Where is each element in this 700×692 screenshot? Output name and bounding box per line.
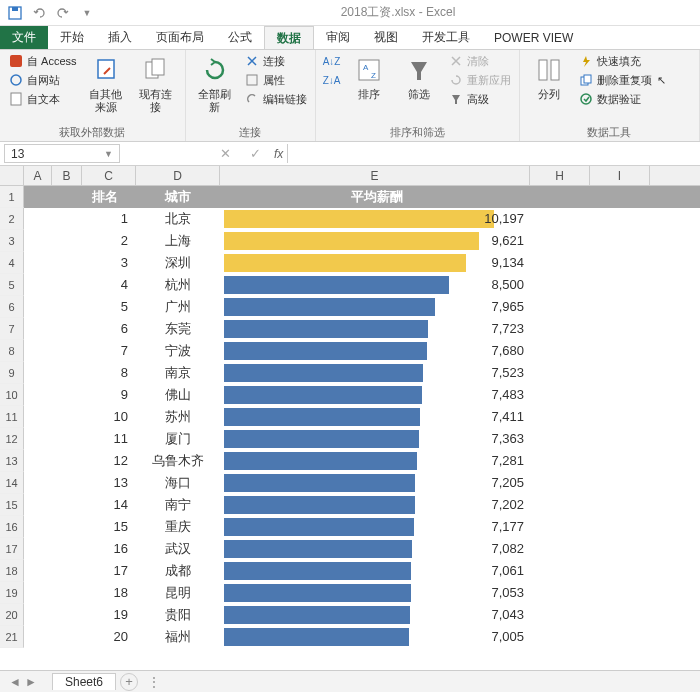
salary-bar-cell[interactable]: 7,061 <box>220 560 530 582</box>
cell[interactable] <box>530 406 590 428</box>
cell[interactable] <box>590 340 650 362</box>
cells-area[interactable]: 排名城市平均薪酬1北京10,1972上海9,6213深圳9,1344杭州8,50… <box>24 186 700 648</box>
city-cell[interactable]: 成都 <box>136 560 220 582</box>
cell[interactable] <box>530 230 590 252</box>
cell[interactable] <box>530 384 590 406</box>
tab-file[interactable]: 文件 <box>0 26 48 49</box>
col-header-I[interactable]: I <box>590 166 650 185</box>
city-cell[interactable]: 重庆 <box>136 516 220 538</box>
cell[interactable] <box>24 450 52 472</box>
salary-bar-cell[interactable]: 7,680 <box>220 340 530 362</box>
cell[interactable] <box>52 208 82 230</box>
row-header[interactable]: 9 <box>0 362 24 384</box>
cell[interactable] <box>24 274 52 296</box>
cell[interactable] <box>590 230 650 252</box>
header-salary[interactable]: 平均薪酬 <box>220 186 530 208</box>
cell[interactable] <box>530 428 590 450</box>
from-web-button[interactable]: 自网站 <box>6 71 79 89</box>
row-header[interactable]: 10 <box>0 384 24 406</box>
salary-bar-cell[interactable]: 7,523 <box>220 362 530 384</box>
cell[interactable] <box>52 406 82 428</box>
cell[interactable] <box>590 274 650 296</box>
city-cell[interactable]: 上海 <box>136 230 220 252</box>
cell[interactable] <box>52 318 82 340</box>
tab-开发工具[interactable]: 开发工具 <box>410 26 482 49</box>
rank-cell[interactable]: 4 <box>82 274 136 296</box>
refresh-all-button[interactable]: 全部刷新 <box>192 52 238 116</box>
salary-bar-cell[interactable]: 7,965 <box>220 296 530 318</box>
rank-cell[interactable]: 14 <box>82 494 136 516</box>
rank-cell[interactable]: 6 <box>82 318 136 340</box>
header-city[interactable]: 城市 <box>136 186 220 208</box>
cancel-formula-icon[interactable]: ✕ <box>210 146 240 161</box>
chevron-down-icon[interactable]: ▼ <box>104 149 113 159</box>
cell[interactable] <box>530 450 590 472</box>
col-header-H[interactable]: H <box>530 166 590 185</box>
city-cell[interactable]: 昆明 <box>136 582 220 604</box>
formula-input[interactable] <box>287 144 700 163</box>
city-cell[interactable]: 贵阳 <box>136 604 220 626</box>
city-cell[interactable]: 海口 <box>136 472 220 494</box>
rank-cell[interactable]: 17 <box>82 560 136 582</box>
save-icon[interactable] <box>4 2 26 24</box>
enter-formula-icon[interactable]: ✓ <box>240 146 270 161</box>
city-cell[interactable]: 南京 <box>136 362 220 384</box>
cell[interactable] <box>24 538 52 560</box>
tab-视图[interactable]: 视图 <box>362 26 410 49</box>
fx-icon[interactable]: fx <box>270 147 287 161</box>
cell[interactable] <box>590 296 650 318</box>
table-row[interactable]: 3深圳9,134 <box>24 252 700 274</box>
cell[interactable] <box>24 340 52 362</box>
cell[interactable] <box>590 362 650 384</box>
row-header[interactable]: 20 <box>0 604 24 626</box>
rank-cell[interactable]: 19 <box>82 604 136 626</box>
cell[interactable] <box>52 450 82 472</box>
cell[interactable] <box>52 604 82 626</box>
table-row[interactable]: 4杭州8,500 <box>24 274 700 296</box>
cell[interactable] <box>590 516 650 538</box>
cell[interactable] <box>590 208 650 230</box>
city-cell[interactable]: 苏州 <box>136 406 220 428</box>
row-header[interactable]: 7 <box>0 318 24 340</box>
cell[interactable] <box>590 450 650 472</box>
cell[interactable] <box>590 186 650 208</box>
salary-bar-cell[interactable]: 7,202 <box>220 494 530 516</box>
rank-cell[interactable]: 13 <box>82 472 136 494</box>
name-box[interactable]: 13 ▼ <box>4 144 120 163</box>
table-row[interactable]: 排名城市平均薪酬 <box>24 186 700 208</box>
salary-bar-cell[interactable]: 7,723 <box>220 318 530 340</box>
cell[interactable] <box>590 494 650 516</box>
cell[interactable] <box>52 516 82 538</box>
properties-button[interactable]: 属性 <box>242 71 309 89</box>
cell[interactable] <box>52 186 82 208</box>
table-row[interactable]: 10苏州7,411 <box>24 406 700 428</box>
row-header[interactable]: 17 <box>0 538 24 560</box>
cell[interactable] <box>530 252 590 274</box>
add-sheet-button[interactable]: + <box>120 673 138 691</box>
cell[interactable] <box>530 318 590 340</box>
table-row[interactable]: 11厦门7,363 <box>24 428 700 450</box>
cell[interactable] <box>24 362 52 384</box>
table-row[interactable]: 8南京7,523 <box>24 362 700 384</box>
col-header-A[interactable]: A <box>24 166 52 185</box>
tab-开始[interactable]: 开始 <box>48 26 96 49</box>
city-cell[interactable]: 南宁 <box>136 494 220 516</box>
cell[interactable] <box>590 428 650 450</box>
rank-cell[interactable]: 12 <box>82 450 136 472</box>
salary-bar-cell[interactable]: 7,005 <box>220 626 530 648</box>
sheet-nav-prev-icon[interactable]: ◄ <box>8 675 22 689</box>
cell[interactable] <box>530 560 590 582</box>
cell[interactable] <box>24 472 52 494</box>
cell[interactable] <box>52 274 82 296</box>
flash-fill-button[interactable]: 快速填充 <box>576 52 668 70</box>
rank-cell[interactable]: 7 <box>82 340 136 362</box>
reapply-button[interactable]: 重新应用 <box>446 71 513 89</box>
row-header[interactable]: 2 <box>0 208 24 230</box>
table-row[interactable]: 14南宁7,202 <box>24 494 700 516</box>
row-header[interactable]: 13 <box>0 450 24 472</box>
cell[interactable] <box>590 604 650 626</box>
row-header[interactable]: 18 <box>0 560 24 582</box>
existing-connections-button[interactable]: 现有连接 <box>133 52 179 116</box>
col-header-E[interactable]: E <box>220 166 530 185</box>
rank-cell[interactable]: 1 <box>82 208 136 230</box>
